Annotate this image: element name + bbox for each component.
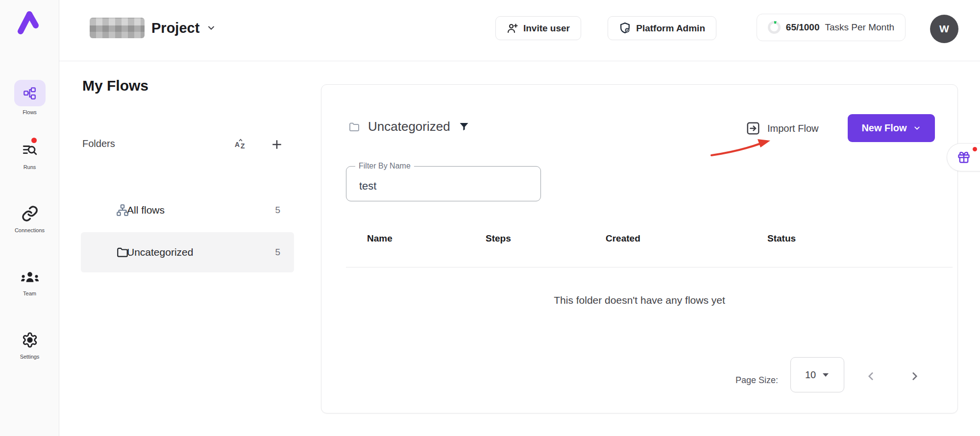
empty-state-message: This folder doesn't have any flows yet (321, 294, 957, 306)
page-size-value: 10 (805, 369, 816, 381)
sidebar-label-connections: Connections (0, 227, 59, 233)
folder-name: All flows (127, 204, 165, 216)
new-flow-label: New Flow (861, 122, 906, 134)
sidebar-label-team: Team (0, 291, 59, 296)
column-header-steps: Steps (486, 233, 511, 244)
column-header-status: Status (767, 233, 796, 244)
page-title: My Flows (82, 77, 148, 94)
sidebar-item-team[interactable]: Team (0, 266, 59, 296)
folder-count: 5 (275, 247, 280, 258)
chevron-left-icon (864, 370, 877, 383)
top-header: Project Invite user Platform Admin 65/10… (59, 0, 980, 61)
import-icon (746, 121, 760, 136)
add-folder-button[interactable] (270, 137, 284, 152)
platform-admin-button[interactable]: Platform Admin (608, 16, 716, 40)
sidebar-item-flows[interactable]: Flows (0, 80, 59, 115)
sidebar-item-runs[interactable]: Runs (0, 140, 59, 170)
sidebar-label-runs: Runs (0, 164, 59, 170)
panel-folder-title: Uncategorized (368, 119, 450, 134)
svg-text:Z: Z (241, 142, 245, 150)
filter-by-name-input[interactable] (346, 167, 540, 201)
sidebar-label-settings: Settings (0, 354, 59, 360)
table-divider (346, 267, 953, 267)
sidebar-item-connections[interactable]: Connections (0, 203, 59, 233)
tasks-usage-label: Tasks Per Month (825, 22, 895, 33)
annotation-arrow (709, 137, 777, 158)
flows-panel: Uncategorized Import Flow New Flow Filte… (321, 84, 958, 413)
filter-funnel-icon[interactable] (458, 121, 470, 133)
link-icon (21, 205, 39, 222)
sidebar-label-flows: Flows (0, 109, 59, 115)
gear-icon (22, 332, 38, 348)
column-header-created: Created (606, 233, 640, 244)
workflow-icon (23, 87, 36, 100)
page-size-label: Page Size: (735, 375, 778, 386)
app-root: Flows Runs Connections (0, 0, 980, 436)
shield-icon (619, 22, 631, 34)
chevron-down-icon (913, 124, 921, 132)
runs-icon (22, 142, 38, 159)
select-arrow-icon (822, 372, 830, 378)
column-header-name: Name (367, 233, 392, 244)
folders-label: Folders (82, 138, 115, 149)
import-flow-button[interactable]: Import Flow (746, 121, 818, 136)
svg-text:A: A (235, 141, 240, 148)
sidebar-item-settings[interactable]: Settings (0, 329, 59, 360)
folder-icon (116, 246, 129, 259)
folders-header: Folders A Z (82, 138, 294, 154)
folder-row-uncategorized[interactable]: Uncategorized 5 (81, 232, 294, 272)
gift-icon (957, 150, 971, 164)
new-flow-button[interactable]: New Flow (848, 114, 935, 142)
previous-page-button[interactable] (864, 370, 877, 383)
project-selector[interactable]: Project (90, 14, 216, 42)
sort-az-button[interactable]: A Z (233, 137, 247, 151)
tasks-usage-chip[interactable]: 65/1000 Tasks Per Month (757, 14, 906, 41)
avatar[interactable]: W (930, 15, 958, 43)
avatar-initial: W (939, 23, 949, 35)
chevron-right-icon (908, 370, 921, 383)
rewards-notification-dot (973, 147, 977, 151)
plus-icon (270, 137, 284, 152)
folder-name: Uncategorized (127, 246, 193, 258)
all-flows-icon (116, 204, 129, 217)
sort-az-icon: A Z (233, 137, 247, 151)
tasks-usage-fraction: 65/1000 (786, 22, 820, 33)
filter-by-name-field: Filter By Name (346, 166, 541, 201)
redacted-project-name (90, 18, 145, 38)
platform-admin-label: Platform Admin (636, 23, 705, 34)
folder-icon (348, 121, 360, 133)
next-page-button[interactable] (908, 370, 921, 383)
panel-title-row: Uncategorized (348, 119, 470, 134)
team-icon (20, 268, 40, 285)
import-flow-label: Import Flow (767, 123, 818, 134)
user-plus-icon (507, 23, 518, 34)
folder-count: 5 (275, 205, 280, 216)
folder-row-all-flows[interactable]: All flows 5 (81, 195, 294, 225)
activepieces-logo[interactable] (15, 9, 42, 36)
invite-user-label: Invite user (523, 23, 570, 34)
chevron-down-icon (206, 23, 216, 33)
project-title: Project (151, 20, 199, 36)
tasks-progress-ring (768, 21, 781, 34)
rewards-tab[interactable] (947, 143, 980, 171)
sidebar: Flows Runs Connections (0, 0, 59, 436)
invite-user-button[interactable]: Invite user (495, 16, 581, 40)
page-size-select[interactable]: 10 (790, 357, 844, 392)
runs-notification-dot (31, 138, 37, 143)
